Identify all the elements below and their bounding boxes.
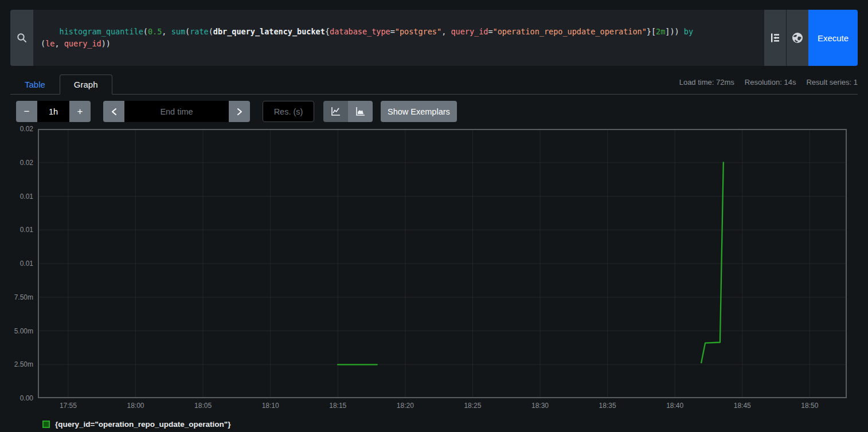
y-tick-label: 0.00: [20, 394, 33, 402]
range-decrease-button[interactable]: −: [16, 101, 37, 122]
stacked-chart-icon: [355, 107, 365, 116]
line-chart-icon: [331, 107, 341, 116]
query-token: =: [390, 27, 395, 36]
query-token: }[: [647, 27, 656, 36]
x-tick-label: 18:05: [194, 402, 212, 410]
plot-area[interactable]: [38, 129, 847, 398]
expression-tree-button[interactable]: [764, 10, 786, 66]
chart-type-toggle: [323, 101, 373, 122]
y-tick-label: 5.00m: [14, 327, 33, 335]
query-token: le: [45, 39, 54, 48]
query-expression: histogram_quantile(0.5, sum(rate(dbr_que…: [41, 27, 693, 48]
query-token: ,: [54, 39, 64, 48]
range-stepper: − +: [16, 101, 91, 122]
y-tick-label: 2.50m: [14, 360, 33, 368]
x-tick-label: 17:55: [60, 402, 77, 410]
tab-table[interactable]: Table: [10, 74, 60, 95]
search-icon: [17, 33, 27, 43]
query-bar: histogram_quantile(0.5, sum(rate(dbr_que…: [10, 10, 858, 66]
x-tick-label: 18:35: [599, 402, 616, 410]
expression-tree-icon: [769, 32, 781, 44]
query-token: by: [679, 27, 693, 36]
x-tick-label: 18:15: [329, 402, 346, 410]
range-increase-button[interactable]: +: [69, 101, 91, 122]
query-token: query_id: [451, 27, 488, 36]
end-time-input[interactable]: [124, 101, 229, 122]
query-token: 0.5: [148, 27, 162, 36]
query-token: (: [209, 27, 213, 36]
query-token: )): [101, 39, 111, 48]
search-addon: [10, 10, 33, 66]
query-token: (: [41, 39, 45, 48]
range-input[interactable]: [37, 101, 69, 122]
legend-item[interactable]: {query_id="operation_repo_update_operati…: [42, 420, 868, 429]
query-token: sum: [171, 27, 185, 36]
query-token: database_type: [330, 27, 390, 36]
y-tick-label: 0.02: [20, 125, 33, 133]
metrics-explorer-icon: [791, 32, 804, 44]
query-expression-input[interactable]: histogram_quantile(0.5, sum(rate(dbr_que…: [33, 10, 764, 66]
query-token: dbr_query_latency_bucket: [213, 27, 325, 36]
query-token: ,: [162, 27, 171, 36]
y-axis-labels: 0.002.50m5.00m7.50m0.010.010.010.020.02: [10, 129, 36, 398]
y-tick-label: 0.01: [20, 193, 33, 201]
x-tick-label: 18:50: [801, 402, 818, 410]
stacked-chart-toggle-button[interactable]: [348, 101, 373, 122]
chevron-left-icon: [111, 108, 118, 116]
end-time-back-button[interactable]: [103, 101, 124, 122]
query-token: "operation_repo_update_operation": [493, 27, 647, 36]
y-tick-label: 0.02: [20, 159, 33, 167]
x-tick-label: 18:00: [127, 402, 144, 410]
end-time-forward-button[interactable]: [229, 101, 250, 122]
chevron-right-icon: [236, 108, 243, 116]
graph-controls: − +: [16, 101, 858, 122]
tab-graph[interactable]: Graph: [60, 74, 112, 95]
execute-button[interactable]: Execute: [808, 10, 858, 66]
load-time-stat: Load time: 72ms: [679, 78, 734, 87]
x-tick-label: 18:40: [666, 402, 683, 410]
result-series-stat: Result series: 1: [806, 78, 858, 87]
query-token: ,: [441, 27, 451, 36]
query-token: (: [185, 27, 190, 36]
query-token: (: [143, 27, 148, 36]
y-tick-label: 0.01: [20, 226, 33, 234]
resolution-stat: Resolution: 14s: [745, 78, 796, 87]
query-stats: Load time: 72ms Resolution: 14s Result s…: [679, 78, 858, 87]
x-tick-label: 18:30: [531, 402, 549, 410]
legend-series-name: {query_id="operation_repo_update_operati…: [55, 420, 231, 429]
query-token: histogram_quantile: [60, 27, 143, 36]
metrics-explorer-button[interactable]: [786, 10, 808, 66]
y-tick-label: 0.01: [20, 260, 33, 268]
x-tick-label: 18:10: [262, 402, 279, 410]
query-token: query_id: [64, 39, 101, 48]
tabs-row: Table Graph Load time: 72ms Resolution: …: [10, 74, 858, 95]
query-token: ])): [665, 27, 679, 36]
line-chart-toggle-button[interactable]: [323, 101, 348, 122]
legend-swatch: [42, 421, 50, 428]
resolution-input[interactable]: [263, 101, 314, 122]
y-tick-label: 7.50m: [14, 293, 33, 301]
graph-panel: 0.002.50m5.00m7.50m0.010.010.010.020.02 …: [10, 129, 868, 411]
end-time-picker: [103, 101, 250, 122]
query-token: "postgres": [395, 27, 441, 36]
show-exemplars-button[interactable]: Show Exemplars: [381, 101, 457, 122]
query-token: rate: [190, 27, 209, 36]
query-token: 2m: [656, 27, 665, 36]
x-tick-label: 18:45: [734, 402, 751, 410]
x-tick-label: 18:20: [397, 402, 414, 410]
query-token: {: [325, 27, 330, 36]
query-token: =: [488, 27, 492, 36]
x-tick-label: 18:25: [464, 402, 481, 410]
